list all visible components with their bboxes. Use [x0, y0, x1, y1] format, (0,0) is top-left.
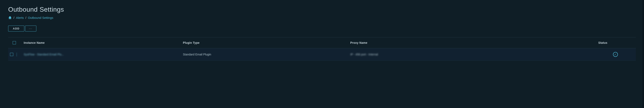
row-proxy-name: IP - 456 port - Internal [347, 49, 595, 60]
row-instance-name: SysFlow - Standard Email Plu... [20, 49, 180, 60]
toolbar: ADD ··· [8, 26, 636, 32]
breadcrumb-sep-2: / [26, 16, 26, 20]
row-context-menu-icon[interactable]: ⋮ [15, 52, 19, 57]
more-button[interactable]: ··· [25, 26, 36, 32]
scrollbar[interactable] [642, 0, 644, 108]
header-proxy-name: Proxy Name [347, 37, 595, 48]
row-checkbox[interactable] [10, 53, 13, 56]
page-title: Outbound Settings [8, 6, 636, 13]
header-plugin-type: Plugin Type [180, 37, 347, 48]
page-container: Outbound Settings / Alerts / Outbound Se… [0, 0, 644, 61]
proxy-name-value: IP - 456 port - Internal [350, 53, 378, 56]
breadcrumb: / Alerts / Outbound Settings [8, 16, 636, 20]
row-checkbox-col: ⋮ [8, 48, 20, 60]
table-header: Instance Name Plugin Type Proxy Name Sta… [8, 37, 636, 48]
header-checkbox[interactable] [13, 41, 16, 44]
data-table: Instance Name Plugin Type Proxy Name Sta… [8, 37, 636, 61]
table-row: ⋮ SysFlow - Standard Email Plu... Standa… [8, 48, 636, 61]
breadcrumb-home-icon[interactable] [8, 16, 12, 20]
row-plugin-type: Standard Email Plugin [180, 49, 347, 60]
breadcrumb-outbound-settings[interactable]: Outbound Settings [28, 16, 53, 20]
add-button[interactable]: ADD [8, 26, 24, 32]
status-check-icon: ✓ [613, 52, 618, 57]
breadcrumb-sep-1: / [14, 16, 14, 20]
header-status: Status [595, 37, 636, 48]
instance-name-value: SysFlow - Standard Email Plu... [24, 53, 64, 56]
header-checkbox-col [8, 37, 20, 48]
row-status: ✓ [595, 48, 636, 61]
header-instance-name: Instance Name [20, 37, 180, 48]
breadcrumb-alerts[interactable]: Alerts [16, 16, 24, 20]
